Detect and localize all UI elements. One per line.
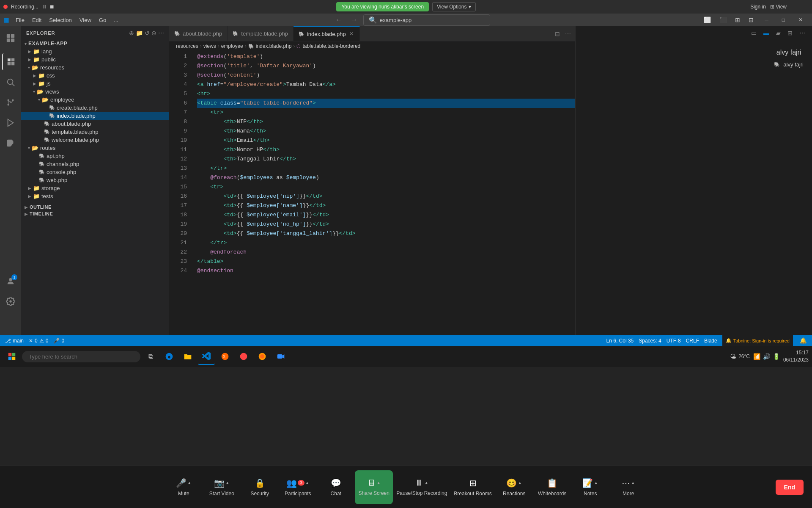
panel-layout-1-button[interactable]: ▭: [749, 29, 758, 37]
tree-file-channels[interactable]: 🐘 channels.php: [21, 160, 169, 168]
tree-folder-views[interactable]: ▾ 📂 views: [21, 88, 169, 96]
view-button[interactable]: ⊞ View: [770, 4, 787, 10]
customize-layout-button[interactable]: ⊟: [746, 16, 756, 24]
activity-extensions-button[interactable]: [2, 135, 19, 152]
tree-file-console[interactable]: 🐘 console.php: [21, 168, 169, 176]
taskbar-firefox-button[interactable]: [254, 348, 271, 365]
menu-file[interactable]: File: [12, 16, 28, 24]
tab-close-button[interactable]: ✕: [348, 30, 354, 37]
activity-search-button[interactable]: [2, 74, 19, 91]
tree-root[interactable]: ▾ EXAMPLE-APP: [21, 40, 169, 47]
minimize-button[interactable]: ─: [760, 15, 774, 25]
activity-explorer-button[interactable]: [2, 53, 19, 70]
sidebar-toggle-button[interactable]: ⬜: [701, 16, 713, 24]
taskbar-search[interactable]: [22, 351, 140, 362]
search-bar[interactable]: example-app: [380, 17, 411, 23]
tree-file-create[interactable]: 🐘 create.blade.php: [21, 104, 169, 112]
activity-account-button[interactable]: 1: [2, 273, 19, 290]
tab-about[interactable]: 🐘 about.blade.php: [169, 26, 228, 41]
tree-file-api[interactable]: 🐘 api.php: [21, 152, 169, 160]
breadcrumb-resources[interactable]: resources: [176, 43, 198, 49]
line-ending-item[interactable]: CRLF: [686, 338, 699, 344]
menu-go[interactable]: Go: [96, 16, 110, 24]
tree-file-welcome[interactable]: 🐘 welcome.blade.php: [21, 136, 169, 144]
recording-controls[interactable]: ⏸ ⏹: [42, 4, 55, 10]
outline-section[interactable]: ▶ OUTLINE: [21, 204, 169, 210]
whiteboards-button[interactable]: 📋 Whiteboards: [533, 470, 571, 504]
tree-folder-employee[interactable]: ▾ 📂 employee: [21, 96, 169, 104]
more-actions-button[interactable]: ⋯: [158, 30, 164, 36]
spaces-item[interactable]: Spaces: 4: [639, 338, 661, 344]
breadcrumb-views[interactable]: views: [203, 43, 216, 49]
pause-stop-recording-button[interactable]: ⏸ ▲ Pause/Stop Recording: [393, 470, 450, 504]
more-tabs-button[interactable]: ⋯: [563, 30, 573, 38]
new-file-button[interactable]: ⊕: [129, 30, 134, 36]
tree-folder-public[interactable]: ▶ 📁 public: [21, 55, 169, 64]
taskbar-app1-button[interactable]: [235, 348, 252, 365]
panel-toggle-button[interactable]: ⬛: [717, 16, 729, 24]
menu-selection[interactable]: Selection: [46, 16, 75, 24]
forward-button[interactable]: →: [348, 15, 360, 25]
error-item[interactable]: ✕ 0 ⚠ 0: [29, 338, 48, 344]
encoding-item[interactable]: UTF-8: [667, 338, 681, 344]
tab-index[interactable]: 🐘 index.blade.php ✕: [294, 26, 360, 41]
menu-more[interactable]: ...: [110, 16, 122, 24]
position-item[interactable]: Ln 6, Col 35: [606, 338, 634, 344]
tree-folder-resources[interactable]: ▾ 📂 resources: [21, 64, 169, 72]
tree-file-index[interactable]: 🐘 index.blade.php: [21, 112, 169, 120]
panel-layout-4-button[interactable]: ⊞: [786, 29, 794, 37]
refresh-button[interactable]: ↺: [145, 30, 150, 36]
start-video-button[interactable]: 📷 ▲ Start Video: [203, 470, 241, 504]
layout-button[interactable]: ⊞: [732, 16, 743, 24]
code-editor[interactable]: 123456789101112131415161718192021222324 …: [169, 51, 575, 335]
pause-recording-button[interactable]: ⏸: [42, 4, 47, 10]
panel-more-button[interactable]: ⋯: [798, 29, 807, 37]
menu-view[interactable]: View: [76, 16, 95, 24]
maximize-button[interactable]: □: [777, 15, 790, 25]
notes-button[interactable]: 📝 ▲ Notes: [571, 470, 609, 504]
language-item[interactable]: Blade: [704, 338, 717, 344]
tree-folder-js[interactable]: ▶ 📁 js: [21, 80, 169, 88]
view-options-button[interactable]: View Options ▾: [432, 2, 475, 11]
tabnine-item[interactable]: 🔔 Tabnine: Sign-in is required: [722, 335, 793, 346]
taskbar-vscode-button[interactable]: [198, 348, 215, 365]
start-button[interactable]: [3, 348, 20, 365]
code-content[interactable]: @extends('template')@section('title', 'D…: [190, 51, 575, 335]
participants-button[interactable]: 👥 3 ▲ Participants: [279, 470, 317, 504]
panel-layout-3-button[interactable]: ▰: [774, 29, 782, 37]
tree-folder-tests[interactable]: ▶ 📁 tests: [21, 192, 169, 200]
tree-file-web[interactable]: 🐘 web.php: [21, 176, 169, 184]
taskbar-zoom-button[interactable]: [272, 348, 289, 365]
new-folder-button[interactable]: 📁: [136, 30, 143, 36]
tree-file-about[interactable]: 🐘 about.blade.php: [21, 120, 169, 128]
menu-edit[interactable]: Edit: [29, 16, 45, 24]
taskbar-edge-button[interactable]: [161, 348, 178, 365]
close-button[interactable]: ✕: [793, 15, 808, 25]
breadcrumb-employee[interactable]: employee: [221, 43, 243, 49]
tree-folder-routes[interactable]: ▾ 📂 routes: [21, 144, 169, 152]
tree-folder-css[interactable]: ▶ 📁 css: [21, 72, 169, 80]
activity-debug-button[interactable]: [2, 114, 19, 131]
tab-template[interactable]: 🐘 template.blade.php: [228, 26, 294, 41]
taskbar-explorer-button[interactable]: [179, 348, 196, 365]
tree-folder-storage[interactable]: ▶ 📁 storage: [21, 184, 169, 192]
reactions-button[interactable]: 😊 ▲ Reactions: [495, 470, 533, 504]
timeline-section[interactable]: ▶ TIMELINE: [21, 210, 169, 217]
breadcrumb-file[interactable]: index.blade.php: [256, 43, 292, 49]
end-button[interactable]: End: [776, 480, 804, 495]
collapse-all-button[interactable]: ⊖: [151, 30, 156, 36]
info-item[interactable]: 🎤 0: [53, 338, 64, 344]
security-button[interactable]: 🔒 Security: [241, 470, 279, 504]
chat-button[interactable]: 💬 Chat: [317, 470, 355, 504]
activity-settings-button[interactable]: [2, 293, 19, 310]
share-screen-button[interactable]: 🖥 ▲ Share Screen: [355, 470, 393, 504]
activity-source-control-button[interactable]: [2, 94, 19, 111]
panel-layout-2-button[interactable]: ▬: [762, 29, 771, 37]
taskbar-xampp-button[interactable]: X: [217, 348, 233, 365]
split-editor-button[interactable]: ⊟: [553, 30, 562, 38]
taskbar-task-view-button[interactable]: ⧉: [142, 348, 159, 365]
notification-area[interactable]: 📶 🔊 🔋: [753, 353, 780, 360]
notification-button[interactable]: 🔔: [800, 337, 807, 344]
git-branch-item[interactable]: ⎇ main: [5, 338, 24, 344]
breakout-rooms-button[interactable]: ⊞ Breakout Rooms: [450, 470, 495, 504]
